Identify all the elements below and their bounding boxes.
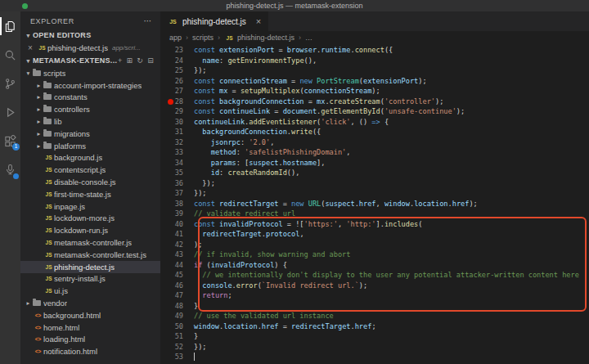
code-line: 37}); <box>160 188 589 199</box>
code-text: }); <box>194 342 207 353</box>
mic-icon[interactable] <box>0 160 20 178</box>
code-area[interactable]: 23const extensionPort = browser.runtime.… <box>160 44 589 364</box>
line-number[interactable]: 45 <box>160 270 194 281</box>
line-number[interactable]: 41 <box>160 229 194 240</box>
tree-item[interactable]: <>home.html <box>20 321 160 334</box>
code-line: 52}); <box>160 342 589 353</box>
extensions-icon[interactable]: 1 <box>0 132 20 150</box>
tree-item[interactable]: JSui.js <box>20 285 160 297</box>
js-file-icon: JS <box>43 252 54 258</box>
tree-item[interactable]: JScontentscript.js <box>20 164 160 176</box>
line-number[interactable]: 34 <box>160 158 194 169</box>
tree-item[interactable]: ▸vendor <box>20 297 160 309</box>
line-number[interactable]: 43 <box>160 249 194 260</box>
close-icon[interactable]: × <box>256 16 261 26</box>
source-control-icon[interactable] <box>0 74 20 92</box>
new-file-icon[interactable]: + <box>118 56 123 65</box>
tree-item[interactable]: <>notification.html <box>20 345 160 357</box>
tree-item[interactable]: ▸lib <box>20 115 160 128</box>
line-number[interactable]: 40 <box>160 219 194 230</box>
tree-item[interactable]: ▸account-import-strategies <box>20 79 160 92</box>
collapse-all-icon[interactable]: ⊟ <box>147 56 154 65</box>
line-number[interactable]: 33 <box>160 147 194 158</box>
breadcrumb-item[interactable]: app <box>169 34 182 42</box>
tree-item-label: scripts <box>43 69 65 78</box>
tree-item[interactable]: <>loading.html <box>20 334 160 346</box>
breakpoint-icon[interactable] <box>168 99 173 105</box>
line-number[interactable]: 53 <box>160 352 194 362</box>
line-number[interactable]: 26 <box>160 76 194 87</box>
line-number[interactable]: 50 <box>160 321 194 332</box>
line-number[interactable]: 49 <box>160 311 194 321</box>
chevron-right-icon: ▸ <box>34 82 43 89</box>
line-number[interactable]: 24 <box>160 56 194 66</box>
chevron-right-icon: ▸ <box>34 106 43 113</box>
workspace-actions: +⊞↻⊟ <box>118 56 160 65</box>
line-number[interactable]: 48 <box>160 301 194 312</box>
tree-item[interactable]: JSlockdown-run.js <box>20 224 160 236</box>
line-number[interactable]: 27 <box>160 86 194 97</box>
breadcrumb-item[interactable]: scripts <box>192 34 214 42</box>
code-line: 41 redirectTarget.protocol, <box>160 229 589 240</box>
run-debug-icon[interactable] <box>0 103 20 121</box>
tree-item[interactable]: ▾scripts <box>20 67 160 79</box>
line-number[interactable]: 47 <box>160 290 194 301</box>
open-editor-item[interactable]: ×JSphishing-detect.jsapp/scri... <box>20 42 160 54</box>
line-number[interactable]: 42 <box>160 240 194 250</box>
tree-item[interactable]: ▸migrations <box>20 128 160 140</box>
tab-phishing-detect[interactable]: JS phishing-detect.js × <box>160 11 268 31</box>
tree-item[interactable]: JSphishing-detect.js <box>20 261 160 273</box>
breadcrumb-item[interactable]: JSphishing-detect.js <box>224 34 294 42</box>
line-number[interactable]: 52 <box>160 342 194 353</box>
line-number[interactable]: 23 <box>160 45 194 56</box>
tree-item[interactable]: JSlockdown-more.js <box>20 213 160 225</box>
line-number[interactable]: 38 <box>160 199 194 209</box>
chevron-right-icon: ▸ <box>34 142 43 150</box>
tree-item[interactable]: ▸controllers <box>20 103 160 115</box>
tree-item[interactable]: JSmetamask-controller.test.js <box>20 249 160 261</box>
tree-item[interactable]: JSinpage.js <box>20 200 160 213</box>
workspace-header[interactable]: ▾ METAMASK-EXTENS... +⊞↻⊟ <box>20 54 160 67</box>
code-line: 48} <box>160 301 589 312</box>
tree-item[interactable]: JSmetamask-controller.js <box>20 236 160 249</box>
new-folder-icon[interactable]: ⊞ <box>126 56 133 65</box>
line-number[interactable]: 36 <box>160 178 194 189</box>
tree-item[interactable]: JSbackground.js <box>20 152 160 164</box>
line-number[interactable]: 30 <box>160 117 194 128</box>
line-number[interactable]: 46 <box>160 281 194 291</box>
tree-item[interactable]: ▸constants <box>20 92 160 104</box>
tree-item[interactable]: <>background.html <box>20 309 160 321</box>
refresh-icon[interactable]: ↻ <box>137 56 143 65</box>
tree-item-label: lockdown-more.js <box>54 213 115 222</box>
open-editor-name: phishing-detect.js <box>47 43 108 52</box>
open-editor-path: app/scri... <box>112 44 141 52</box>
files-icon[interactable] <box>0 17 20 35</box>
line-number[interactable]: 44 <box>160 260 194 271</box>
line-number[interactable]: 28 <box>160 97 194 107</box>
breadcrumb-item[interactable]: … <box>305 34 312 42</box>
tree-item[interactable]: JSsentry-install.js <box>20 273 160 285</box>
line-number[interactable]: 39 <box>160 209 194 219</box>
line-number[interactable]: 35 <box>160 168 194 178</box>
code-line: 39// validate redirect url <box>160 209 589 219</box>
open-editors-header[interactable]: ▾ OPEN EDITORS <box>20 29 160 42</box>
breadcrumb-separator: › <box>218 34 220 42</box>
tree-item[interactable]: ▸platforms <box>20 140 160 152</box>
chevron-down-icon: ▾ <box>24 32 33 39</box>
line-number[interactable]: 25 <box>160 65 194 76</box>
close-icon[interactable]: × <box>28 43 37 52</box>
line-number[interactable]: 31 <box>160 127 194 137</box>
code-line: 26const connectionStream = new PortStrea… <box>160 76 589 87</box>
line-number[interactable]: 51 <box>160 331 194 342</box>
line-number[interactable]: 32 <box>160 137 194 148</box>
js-file-icon: JS <box>43 179 54 185</box>
tree-item[interactable]: JSdisable-console.js <box>20 176 160 188</box>
html-file-icon: <> <box>33 336 43 342</box>
tree-item-label: home.html <box>43 323 79 332</box>
line-number[interactable]: 37 <box>160 188 194 199</box>
search-icon[interactable] <box>0 46 20 64</box>
line-number[interactable]: 29 <box>160 106 194 117</box>
tree-item[interactable]: JSfirst-time-state.js <box>20 188 160 200</box>
more-actions-icon[interactable]: ⋯ <box>143 16 152 25</box>
window-control-icon[interactable] <box>22 3 28 9</box>
